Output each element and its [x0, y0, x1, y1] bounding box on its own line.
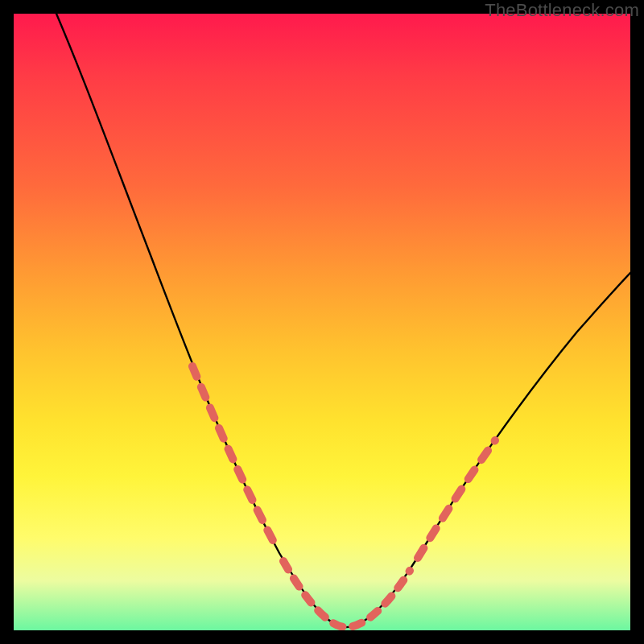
curve-svg [14, 14, 630, 630]
highlight-left-dash [192, 366, 275, 545]
highlight-bottom-dash [283, 561, 410, 627]
plot-area [14, 14, 630, 630]
chart-frame: TheBottleneck.com [0, 0, 644, 644]
highlight-right-dash [418, 440, 495, 558]
watermark-text: TheBottleneck.com [485, 0, 639, 21]
bottleneck-curve [46, 14, 630, 627]
